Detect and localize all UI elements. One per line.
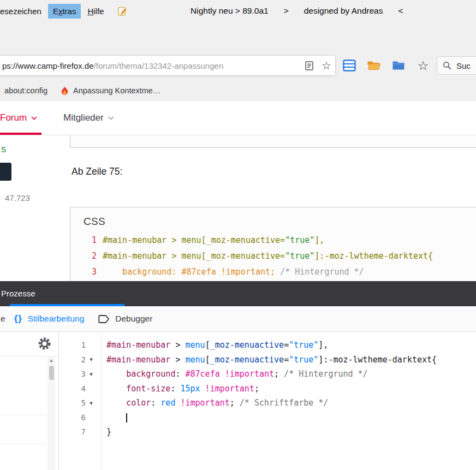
page-code-line: 2#main-menubar > menu[_moz-menuactive="t…	[70, 248, 476, 264]
menu-extras-post: tras	[62, 7, 76, 16]
code-line[interactable]: #main-menubar > menu[_moz-menuactive="tr…	[106, 353, 476, 367]
url-path: /forum/thema/132342-anpassungen	[94, 61, 224, 70]
code-token: #main-menubar > menu[_moz-menuactive=	[103, 235, 285, 245]
code-token: >	[170, 355, 185, 365]
code-token: ;	[230, 398, 235, 408]
site-navigation: Forum Mitglieder	[0, 102, 476, 135]
editor-code[interactable]: #main-menubar > menu[_moz-menuactive="tr…	[102, 332, 476, 470]
sidebar-avatar	[0, 163, 11, 181]
search-field[interactable]: Suc	[437, 56, 476, 75]
text-cursor	[126, 413, 127, 423]
code-line[interactable]: font-size: 15px !important;	[106, 382, 476, 396]
code-token: #87cefa	[186, 369, 220, 379]
notes-icon[interactable]	[118, 6, 127, 16]
page-code-line-number: 1	[70, 233, 97, 248]
page-code-text: #main-menubar > menu[_moz-menuactive="tr…	[103, 233, 324, 248]
editor-gutter: 12▾3▾45▾67	[59, 332, 102, 470]
code-token: menu	[186, 340, 205, 350]
folder-open-icon[interactable]	[366, 58, 382, 73]
line-number: 3	[72, 370, 86, 378]
previous-code-block-bottom	[70, 135, 476, 148]
gutter-line: 5▾	[59, 396, 101, 410]
code-token: :	[175, 369, 185, 379]
gear-icon[interactable]	[37, 336, 52, 351]
bookmark-star-icon[interactable]: ☆	[318, 60, 335, 71]
code-line[interactable]: #main-menubar > menu[_moz-menuactive="tr…	[106, 338, 476, 353]
url-text[interactable]: ps://www.camp-firefox.de/forum/thema/132…	[2, 61, 300, 70]
devtools-panel: Prozesse e {} Stilbearbeitung Debugger	[0, 281, 476, 470]
toolbox-tab-prozesse[interactable]: Prozesse	[1, 281, 35, 306]
code-line[interactable]	[106, 410, 476, 425]
post-text: Ab Zeile 75:	[72, 166, 122, 177]
code-token: font-size	[126, 384, 170, 394]
scroll-up-arrow-icon[interactable]: ▲	[49, 357, 53, 365]
tab-konsole-partial[interactable]: e	[0, 306, 7, 331]
code-token: "true"	[289, 340, 318, 350]
code-token	[106, 369, 126, 379]
code-line[interactable]: color: red !important; /* Schriftfarbe *…	[106, 396, 476, 410]
gutter-line: 7	[59, 425, 101, 439]
tab-debugger[interactable]: Debugger	[91, 306, 159, 331]
sidebar-partial-link[interactable]: s	[1, 144, 6, 155]
gutter-line: 4	[59, 382, 101, 396]
code-token: !important	[200, 384, 254, 394]
bookmark-anpassung-kontextmenu[interactable]: Anpassung Kontextme…	[61, 86, 160, 96]
fold-arrow-icon[interactable]: ▾	[86, 356, 97, 363]
code-block-title: CSS	[84, 216, 476, 228]
bookmark-label: Anpassung Kontextme…	[73, 86, 160, 95]
code-token: =	[284, 355, 289, 365]
style-editor-main: ▲ 12▾3▾45▾67 #main-menubar > menu[_moz-m…	[0, 332, 476, 470]
library-star-icon[interactable]: ☆	[415, 58, 431, 73]
sidebar-count: 47.723	[5, 193, 30, 203]
code-token: :-moz-lwtheme-darktext{	[323, 355, 437, 365]
devtools-toolbox-bar: Prozesse	[0, 281, 476, 306]
code-token: !important	[220, 369, 274, 379]
stylesheet-row-divider	[0, 415, 47, 415]
panel-divider	[0, 356, 58, 356]
line-number: 5	[72, 398, 86, 407]
tab-stilbearbeitung[interactable]: {} Stilbearbeitung	[7, 306, 92, 331]
window-title: Nightly neu > 89.0a1 > designed by Andre…	[191, 0, 403, 22]
menu-extras-pre: E	[53, 7, 58, 16]
menu-item-extras[interactable]: Extras	[48, 4, 81, 19]
fold-arrow-icon[interactable]: ▾	[86, 400, 97, 407]
style-editor-icon: {}	[14, 313, 22, 324]
code-token: #main-menubar	[106, 340, 170, 350]
gutter-line: 1	[59, 338, 101, 353]
code-token: [	[205, 340, 210, 350]
menu-item-hilfe[interactable]: Hilfe	[82, 4, 109, 19]
reader-mode-icon[interactable]	[300, 61, 318, 70]
table-extension-icon[interactable]	[342, 58, 357, 73]
menu-item-lesezeichen[interactable]: esezeichen	[0, 4, 46, 19]
webpage-content: Forum Mitglieder s 47.723 Ab Zeile 75: C…	[0, 102, 476, 281]
page-code-line-number: 2	[70, 248, 97, 264]
code-token: /* Hintergrund */	[279, 369, 368, 379]
code-token: color	[126, 398, 151, 408]
code-line[interactable]: }	[106, 425, 476, 439]
code-token: "true"	[285, 235, 314, 245]
scrollbar[interactable]: ▲	[47, 357, 55, 470]
nav-link-forum[interactable]: Forum	[0, 112, 37, 123]
nav-link-mitglieder[interactable]: Mitglieder	[63, 112, 114, 123]
page-code-line: 3 background: #87cefa !important; /* Hin…	[70, 264, 476, 280]
code-token	[106, 384, 126, 394]
code-line[interactable]: background: #87cefa !important; /* Hinte…	[106, 367, 476, 382]
scroll-thumb[interactable]	[49, 366, 54, 380]
line-number: 1	[72, 341, 86, 349]
url-bar[interactable]: ps://www.camp-firefox.de/forum/thema/132…	[0, 56, 335, 75]
url-domain: ps://www.camp-firefox.de	[2, 61, 94, 70]
code-token: }	[106, 427, 111, 437]
code-token: 15px	[180, 384, 200, 394]
bookmark-about-config[interactable]: about:config	[4, 86, 47, 95]
code-token: #main-menubar > menu[_moz-menuactive=	[103, 251, 285, 261]
window-title-separator-1: >	[284, 6, 289, 16]
search-text: Suc	[456, 61, 471, 70]
tab-label: Stilbearbeitung	[28, 314, 84, 324]
code-token: "true"	[289, 355, 318, 365]
code-token: =	[284, 340, 289, 350]
folder-blue-icon[interactable]	[391, 58, 406, 73]
menubar: esezeichen Extras Hilfe Nightly neu > 89…	[0, 0, 476, 22]
code-token: ;	[274, 369, 279, 379]
page-code-text: background: #87cefa !important; /* Hinte…	[103, 264, 364, 280]
fold-arrow-icon[interactable]: ▾	[86, 371, 97, 378]
